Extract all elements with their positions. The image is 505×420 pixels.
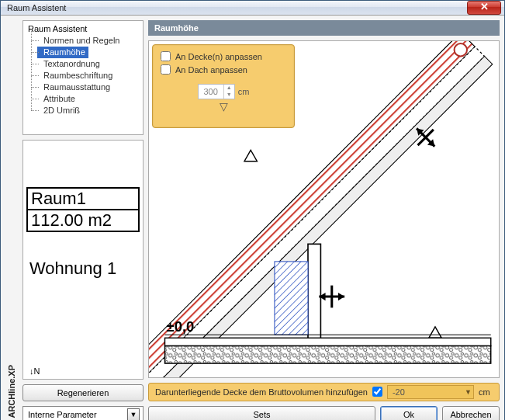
below-slab-strip: Darunterliegende Decke dem Bruttovolumen… xyxy=(148,383,500,401)
right-column: Raumhöhe An Decke(n) anpassen An Dach an… xyxy=(148,20,500,401)
param-select[interactable]: Interne Parameter ▼ xyxy=(22,406,144,421)
body: Raum Assistent Normen und Regeln Raumhöh… xyxy=(22,20,500,420)
titlebar: Raum Assistent ✕ xyxy=(1,1,504,16)
fit-ceiling-input[interactable] xyxy=(161,51,171,61)
below-slab-unit: cm xyxy=(479,387,490,397)
svg-rect-12 xyxy=(308,244,320,339)
dialog-window: Raum Assistent ✕ ARCHline.XP Raum Assist… xyxy=(0,0,505,420)
tree-item[interactable]: Textanordnung xyxy=(37,58,138,70)
diagram-panel: An Decke(n) anpassen An Dach anpassen 30… xyxy=(148,40,500,378)
left-column: Raum Assistent Normen und Regeln Raumhöh… xyxy=(22,20,144,401)
svg-rect-14 xyxy=(165,338,491,345)
tree-item[interactable]: Normen und Regeln xyxy=(37,35,138,47)
svg-marker-18 xyxy=(429,327,441,338)
ok-button[interactable]: Ok xyxy=(380,406,438,421)
height-options-box: An Decke(n) anpassen An Dach anpassen 30… xyxy=(152,44,295,128)
app-brand-vertical: ARCHline.XP xyxy=(5,20,18,420)
nav-tree[interactable]: Raum Assistent Normen und Regeln Raumhöh… xyxy=(22,20,144,135)
bottom-bar: Interne Parameter ▼ Sets Ok Abbrechen xyxy=(22,406,500,421)
svg-point-11 xyxy=(455,43,467,56)
chevron-down-icon: ▼ xyxy=(465,388,472,396)
svg-rect-15 xyxy=(165,346,491,364)
sets-button[interactable]: Sets xyxy=(148,406,375,421)
height-spinner[interactable]: 300 ▲ ▼ xyxy=(198,84,235,99)
close-button[interactable]: ✕ xyxy=(467,1,501,15)
below-slab-combo[interactable]: -20 ▼ xyxy=(387,385,474,399)
spinner-arrows[interactable]: ▲ ▼ xyxy=(223,85,234,99)
fit-ceiling-checkbox[interactable]: An Decke(n) anpassen xyxy=(161,51,286,61)
tree-root[interactable]: Raum Assistent xyxy=(28,24,138,33)
svg-rect-13 xyxy=(275,262,308,335)
preview-room-name: Raum1 xyxy=(28,189,138,210)
svg-marker-17 xyxy=(244,150,257,161)
section-header: Raumhöhe xyxy=(148,20,500,36)
window-title: Raum Assistent xyxy=(7,3,66,12)
fit-ceiling-label: An Decke(n) anpassen xyxy=(175,52,262,61)
tree-item[interactable]: Raumbeschriftung xyxy=(37,70,138,82)
svg-marker-26 xyxy=(338,293,344,300)
preview-area: 112.00 m2 xyxy=(28,210,138,231)
app-brand-label: ARCHline.XP xyxy=(7,365,16,418)
chevron-down-icon[interactable]: ▼ xyxy=(127,408,140,421)
cancel-button[interactable]: Abbrechen xyxy=(442,406,500,421)
tree-item[interactable]: 2D Umriß xyxy=(37,105,138,116)
fit-roof-label: An Dach anpassen xyxy=(175,65,247,75)
fit-roof-checkbox[interactable]: An Dach anpassen xyxy=(161,64,286,75)
height-value[interactable]: 300 xyxy=(199,85,223,99)
preview-apartment: Wohnung 1 xyxy=(26,259,140,279)
main-row: Raum Assistent Normen und Regeln Raumhöh… xyxy=(22,20,500,401)
fit-roof-input[interactable] xyxy=(161,64,171,75)
spinner-down-icon[interactable]: ▼ xyxy=(224,92,234,99)
zero-level-label: ±0,0 xyxy=(167,318,195,335)
tree-item[interactable]: Raumausstattung xyxy=(37,82,138,93)
below-slab-value: -20 xyxy=(393,387,405,397)
tree-item[interactable]: Attribute xyxy=(37,93,138,105)
height-unit: cm xyxy=(238,87,250,96)
level-marker-icon: ▽ xyxy=(161,100,286,113)
spinner-up-icon[interactable]: ▲ xyxy=(224,85,234,92)
below-slab-label: Darunterliegende Decke dem Bruttovolumen… xyxy=(155,387,368,397)
room-preview: Raum1 112.00 m2 Wohnung 1 ↓N xyxy=(22,140,144,380)
tree-item-selected[interactable]: Raumhöhe xyxy=(37,47,88,58)
below-slab-checkbox[interactable] xyxy=(372,387,382,397)
param-select-label: Interne Parameter xyxy=(28,410,97,419)
height-input-row: 300 ▲ ▼ cm xyxy=(161,84,286,99)
regenerate-button[interactable]: Regenerieren xyxy=(22,384,144,401)
north-icon: ↓N xyxy=(29,366,40,376)
client-area: ARCHline.XP Raum Assistent Normen und Re… xyxy=(1,16,504,420)
